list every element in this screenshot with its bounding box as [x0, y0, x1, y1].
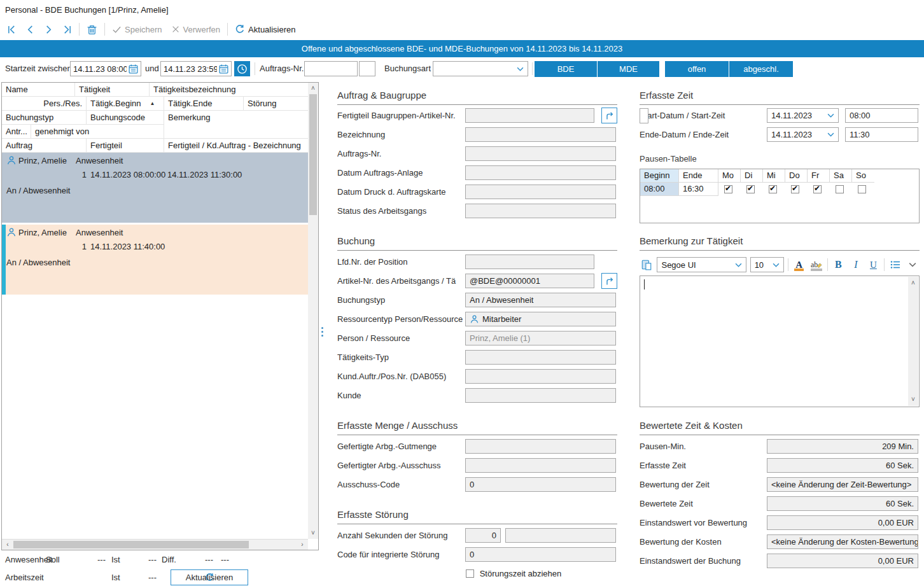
pause-col-ende[interactable]: Ende	[679, 169, 718, 183]
end-time-field[interactable]: 11:30	[845, 127, 918, 142]
last-record-button[interactable]	[60, 24, 74, 36]
fertigteil-artikel-nr-field[interactable]	[465, 108, 594, 123]
pause-begin-cell[interactable]: 08:00	[640, 183, 679, 196]
column-header-antrag[interactable]: Antr...	[2, 125, 31, 139]
start-date-select[interactable]	[640, 108, 648, 123]
next-record-button[interactable]	[42, 24, 55, 36]
status-arbeitsgang-field[interactable]	[465, 204, 616, 218]
column-header-pers-res[interactable]: Pers./Res.	[2, 97, 87, 111]
start-date-select[interactable]: 14.11.2023	[767, 108, 839, 123]
booking-kind-select[interactable]	[433, 61, 528, 76]
grid-horizontal-scrollbar[interactable]: ‹ ›	[2, 539, 308, 550]
stoerung-code-field[interactable]: 0	[465, 547, 616, 562]
scroll-down-icon[interactable]: ˅	[908, 394, 918, 405]
person-ressource-field[interactable]: Prinz, Amelie (1)	[465, 331, 616, 345]
vertical-scroll-thumb[interactable]	[309, 94, 317, 215]
text-highlight-icon[interactable]: ab	[809, 257, 823, 272]
pause-day-mi-checkbox[interactable]	[769, 185, 777, 193]
erfasste-zeit-field[interactable]: 60 Sek.	[767, 458, 918, 473]
taetigkeits-typ-field[interactable]	[465, 350, 616, 365]
refresh-button[interactable]: Aktualisieren	[233, 23, 297, 36]
scroll-left-icon[interactable]: ‹	[3, 540, 13, 550]
horizontal-scroll-thumb[interactable]	[13, 541, 249, 548]
stoerung-sekunden-field[interactable]: 0	[465, 528, 501, 543]
end-date-select[interactable]: 14.11.2023	[767, 127, 839, 142]
column-header-bemerkung[interactable]: Bemerkung	[164, 111, 309, 139]
first-record-button[interactable]	[5, 24, 18, 36]
pausen-min-field[interactable]: 209 Min.	[767, 439, 918, 454]
paste-icon[interactable]	[640, 257, 653, 272]
gutmenge-field[interactable]	[465, 439, 616, 454]
goto-arbeitsgang-button[interactable]	[601, 273, 617, 289]
bezeichnung-field[interactable]	[465, 127, 616, 142]
column-header-auftrag[interactable]: Auftrag	[2, 139, 87, 153]
pause-day-di-checkbox[interactable]	[746, 185, 755, 193]
ressourcentyp-field[interactable]: Mitarbeiter	[465, 312, 616, 326]
order-number-input[interactable]	[304, 61, 358, 76]
open-toggle-button[interactable]: offen	[665, 61, 729, 77]
column-header-fertigteil-bezeichnung[interactable]: Fertigteil / Kd.Auftrag - Bezeichnung	[164, 139, 309, 153]
pause-day-sa-checkbox[interactable]	[836, 185, 844, 193]
einstandswert-vor-bewertung-field[interactable]: 0,00 EUR	[767, 515, 918, 530]
pause-day-mo-checkbox[interactable]	[724, 185, 732, 193]
grid-vertical-scrollbar[interactable]: ˄ ˅	[308, 83, 318, 539]
pause-col-mo[interactable]: Mo	[718, 169, 741, 183]
scroll-up-icon[interactable]: ˄	[908, 278, 918, 288]
kunde-field[interactable]	[465, 388, 616, 403]
einstandswert-der-buchung-field[interactable]: 0,00 EUR	[767, 554, 918, 568]
lfd-nr-position-field[interactable]	[465, 255, 594, 269]
column-header-taetigk-beginn[interactable]: Tätigk.Beginn▲	[87, 97, 164, 111]
booking-row[interactable]: Prinz, Amelie Anwesenheit 1 14.11.2023 1…	[2, 225, 308, 295]
summary-refresh-button[interactable]: Aktualisieren	[171, 569, 248, 585]
bold-icon[interactable]: B	[832, 257, 845, 272]
calendar-icon[interactable]	[218, 64, 229, 74]
font-family-select[interactable]: Segoe UI	[657, 257, 746, 272]
artikel-nr-arbeitsgang-field[interactable]: @BDE@00000001	[465, 274, 594, 288]
mde-toggle-button[interactable]: MDE	[598, 61, 659, 77]
goto-article-button[interactable]	[601, 108, 617, 123]
auftrags-nr-field[interactable]	[465, 146, 616, 161]
column-header-name[interactable]: Name	[2, 83, 75, 97]
pause-end-cell[interactable]: 16:30	[679, 183, 718, 196]
delete-button[interactable]	[85, 23, 99, 36]
column-header-taetigkeitsbezeichnung[interactable]: Tätigkeitsbezeichnung	[150, 83, 309, 97]
ausschuss-code-field[interactable]: 0	[465, 477, 616, 492]
buchungstyp-field[interactable]: An / Abwesenheit	[465, 293, 616, 307]
discard-button[interactable]: Verwerfen	[169, 24, 223, 36]
bewertung-der-zeit-field[interactable]: <keine Änderung der Zeit-Bewertung>	[767, 477, 918, 492]
editor-scrollbar[interactable]: ˄ ˅	[908, 277, 918, 406]
stoerungszeit-abziehen-checkbox[interactable]	[466, 569, 474, 578]
calendar-icon[interactable]	[128, 64, 139, 74]
column-header-taetigk-ende[interactable]: Tätigk.Ende	[164, 97, 244, 111]
previous-record-button[interactable]	[24, 24, 37, 36]
pause-col-mi[interactable]: Mi	[763, 169, 785, 183]
datum-druck-auftragskarte-field[interactable]	[465, 185, 616, 199]
bde-toggle-button[interactable]: BDE	[535, 61, 597, 77]
kund-auftr-pos-nr-field[interactable]	[465, 369, 616, 384]
column-header-buchungstyp[interactable]: Buchungstyp	[2, 111, 87, 125]
more-options-icon[interactable]	[906, 257, 920, 272]
bullet-list-icon[interactable]	[888, 257, 902, 272]
ausschuss-field[interactable]	[465, 458, 616, 473]
save-button[interactable]: Speichern	[110, 24, 164, 36]
scroll-right-icon[interactable]: ›	[297, 540, 307, 550]
pause-col-so[interactable]: So	[852, 169, 874, 183]
time-filter-button[interactable]	[234, 61, 250, 76]
start-time-field[interactable]: 08:00	[845, 108, 918, 123]
remark-editor[interactable]: ˄ ˅	[640, 276, 920, 407]
bewertung-der-kosten-field[interactable]: <keine Änderung der Kosten-Bewertung	[767, 534, 918, 549]
scroll-up-icon[interactable]: ˄	[308, 83, 318, 94]
stoerung-text-field[interactable]	[505, 528, 616, 543]
pause-col-di[interactable]: Di	[741, 169, 763, 183]
pause-day-fr-checkbox[interactable]	[813, 185, 822, 193]
font-color-icon[interactable]: A	[792, 257, 806, 272]
column-header-taetigkeit[interactable]: Tätigkeit	[75, 83, 150, 97]
panel-splitter[interactable]	[321, 327, 323, 337]
column-header-genehmigt-von[interactable]: genehmigt von	[31, 125, 164, 139]
column-header-buchungscode[interactable]: Buchungscode	[87, 111, 164, 125]
pause-day-do-checkbox[interactable]	[791, 185, 799, 193]
pause-col-sa[interactable]: Sa	[830, 169, 852, 183]
pause-col-do[interactable]: Do	[785, 169, 808, 183]
scroll-down-icon[interactable]: ˅	[308, 528, 318, 538]
italic-icon[interactable]: I	[849, 257, 862, 272]
